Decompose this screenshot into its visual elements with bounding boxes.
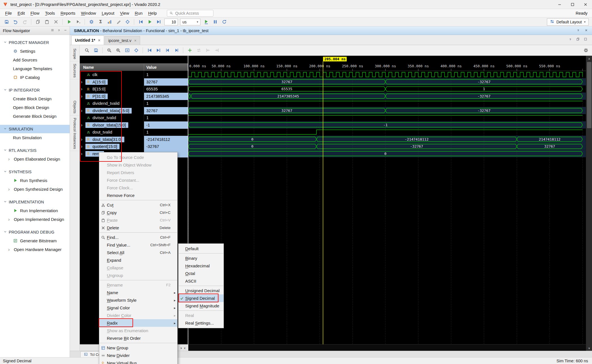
- sidebar-item-run-simulation[interactable]: Run Simulation: [0, 133, 70, 142]
- signal-name[interactable]: ›divisor_tdata[15:0]: [80, 121, 144, 129]
- signal-name[interactable]: ›B[15:0]: [80, 85, 144, 93]
- go-to-time-0-button[interactable]: [145, 46, 154, 54]
- menu-tools[interactable]: Tools: [42, 9, 58, 17]
- sidebar-item-open-hardware-manager[interactable]: ›Open Hardware Manager: [0, 245, 70, 254]
- scroll-up-icon[interactable]: ▲: [586, 56, 592, 61]
- delete-button[interactable]: [52, 18, 60, 26]
- close-panel-icon[interactable]: [584, 28, 588, 33]
- help-icon[interactable]: ?: [576, 28, 580, 33]
- sidebar-item-run-implementation[interactable]: Run Implementation: [0, 206, 70, 215]
- menu-flow[interactable]: Flow: [28, 9, 42, 17]
- sum-button[interactable]: Σ: [96, 18, 105, 26]
- expand-panel-icon[interactable]: ›: [180, 345, 182, 350]
- horizontal-scrollbar[interactable]: [188, 344, 586, 351]
- redo-button[interactable]: [20, 18, 29, 26]
- menu-item-signal-color[interactable]: Signal Color▸: [99, 304, 177, 312]
- tab-untitled-1[interactable]: Untitled 1* ×: [71, 35, 104, 45]
- relaunch-button[interactable]: [220, 18, 228, 26]
- signal-name[interactable]: ›A[15:0]: [80, 78, 144, 86]
- zoom-fit-button[interactable]: [123, 46, 131, 54]
- menu-item-cut[interactable]: CutCtrl+X: [99, 201, 177, 209]
- run-all-button[interactable]: [145, 18, 154, 26]
- radix-option-ascii[interactable]: ASCII: [178, 277, 224, 285]
- signal-name[interactable]: clk: [80, 71, 144, 78]
- menu-item-reverse-bit-order[interactable]: Reverse Bit Order: [99, 334, 177, 342]
- minimize-button[interactable]: [553, 0, 566, 9]
- signal-row-dividend-tdata-15-0[interactable]: ›dividend_tdata[15:0]32767: [80, 107, 188, 114]
- scroll-down-icon[interactable]: ▼: [586, 346, 592, 351]
- sidebar-item-language-templates[interactable]: Language Templates: [0, 64, 70, 73]
- menu-item-find-value[interactable]: Find Value...Ctrl+Shift+F: [99, 241, 177, 249]
- zoom-out-button[interactable]: [105, 46, 113, 54]
- radix-option-signed-decimal[interactable]: Signed Decimal: [178, 294, 224, 302]
- menu-file[interactable]: File: [2, 9, 15, 17]
- waveform-settings-button[interactable]: [583, 48, 589, 54]
- snap-right-button[interactable]: [213, 46, 221, 54]
- zoom-in-button[interactable]: [114, 46, 122, 54]
- sidebar-item-open-elaborated-design[interactable]: ›Open Elaborated Design: [0, 155, 70, 163]
- sidebar-item-run-synthesis[interactable]: Run Synthesis: [0, 176, 70, 185]
- menu-item-new-virtual-bus[interactable]: New Virtual Bus: [99, 359, 177, 364]
- expand-icon[interactable]: ›: [81, 123, 85, 127]
- sidebar-item-generate-block-design[interactable]: Generate Block Design: [0, 112, 70, 121]
- chevron-right-icon[interactable]: ›: [8, 157, 12, 161]
- menu-item-remove-force[interactable]: Remove Force: [99, 192, 177, 199]
- menu-run[interactable]: Run: [132, 9, 145, 17]
- signal-row-divisor-tvalid[interactable]: divisor_tvalid1: [80, 114, 188, 121]
- sidebar-item-ip-catalog[interactable]: IP Catalog: [0, 73, 70, 82]
- menu-item-name[interactable]: Name▸: [99, 289, 177, 296]
- signal-row-dout-tvalid[interactable]: dout_tvalid1: [80, 128, 188, 136]
- expand-icon[interactable]: ›: [81, 94, 85, 99]
- find-button[interactable]: [83, 46, 91, 54]
- swap-cursors-button[interactable]: [195, 46, 203, 54]
- radix-option-signed-magnitude[interactable]: Signed Magnitude: [178, 302, 224, 310]
- signal-row-a-15-0[interactable]: ›A[15:0]32767: [80, 78, 188, 86]
- edit-button[interactable]: [114, 18, 123, 26]
- signal-row-b-15-0[interactable]: ›B[15:0]65535: [80, 85, 188, 93]
- expand-icon[interactable]: ›: [81, 137, 85, 142]
- chevron-right-icon[interactable]: ›: [8, 247, 12, 252]
- save-project-button[interactable]: [2, 18, 11, 26]
- float-window-icon[interactable]: [576, 37, 580, 42]
- radix-option-hexadecimal[interactable]: Hexadecimal: [178, 262, 224, 270]
- menu-item-delete[interactable]: DeleteDelete: [99, 224, 177, 232]
- expand-icon[interactable]: ›: [81, 144, 85, 149]
- sidebar-section-rtl-analysis[interactable]: RTL ANALYSIS: [0, 146, 70, 155]
- sidebar-section-synthesis[interactable]: SYNTHESIS: [0, 168, 70, 176]
- zoom-to-cursor-button[interactable]: [132, 46, 140, 54]
- layout-selector[interactable]: Default Layout ▾: [547, 18, 589, 26]
- sidebar-section-implementation[interactable]: IMPLEMENTATION: [0, 198, 70, 206]
- paste-button[interactable]: [43, 18, 51, 26]
- menu-edit[interactable]: Edit: [15, 9, 28, 17]
- signal-name[interactable]: dividend_tvalid: [80, 100, 144, 107]
- signal-row-divisor-tdata-15-0[interactable]: ›divisor_tdata[15:0]-1: [80, 121, 188, 129]
- menu-view[interactable]: View: [117, 9, 132, 17]
- sidebar-section-simulation[interactable]: SIMULATION: [0, 125, 70, 133]
- sidebar-item-open-synthesized-design[interactable]: ›Open Synthesized Design: [0, 185, 70, 194]
- next-transition-button[interactable]: [172, 46, 181, 54]
- name-column-header[interactable]: Name: [80, 64, 144, 71]
- radix-option-unsigned-decimal[interactable]: Unsigned Decimal: [178, 287, 224, 294]
- radix-option-default[interactable]: Default: [178, 245, 224, 252]
- sidebar-section-program-and-debug[interactable]: PROGRAM AND DEBUG: [0, 228, 70, 236]
- radix-option-binary[interactable]: Binary: [178, 254, 224, 262]
- run-options-button[interactable]: [74, 18, 82, 26]
- signal-name[interactable]: ›dividend_tdata[15:0]: [80, 107, 144, 114]
- expand-icon[interactable]: ›: [81, 152, 85, 156]
- menu-item-new-divider[interactable]: New Divider: [99, 352, 177, 359]
- tab-protocol-instances[interactable]: Protocol Instances: [70, 116, 80, 151]
- radix-option-real-settings[interactable]: Real Settings...: [178, 319, 224, 327]
- signal-name[interactable]: ›dout_tdata[31:0]: [80, 136, 144, 143]
- menu-item-select-all[interactable]: Select AllCtrl+A: [99, 249, 177, 256]
- pause-button[interactable]: [211, 18, 219, 26]
- sidebar-item-settings[interactable]: Settings: [0, 47, 70, 56]
- run-for-button[interactable]: [202, 18, 210, 26]
- expand-icon[interactable]: ›: [81, 80, 85, 84]
- save-waveform-button[interactable]: [92, 46, 100, 54]
- signal-row-p-31-0[interactable]: ›P[31:0]2147385345: [80, 93, 188, 100]
- menu-item-radix[interactable]: Radix▸: [99, 319, 177, 327]
- help-icon[interactable]: ?: [57, 28, 61, 33]
- tab-scope[interactable]: Scope: [70, 47, 80, 61]
- restart-sim-button[interactable]: [136, 18, 145, 26]
- menu-item-copy[interactable]: CopyCtrl+C: [99, 209, 177, 216]
